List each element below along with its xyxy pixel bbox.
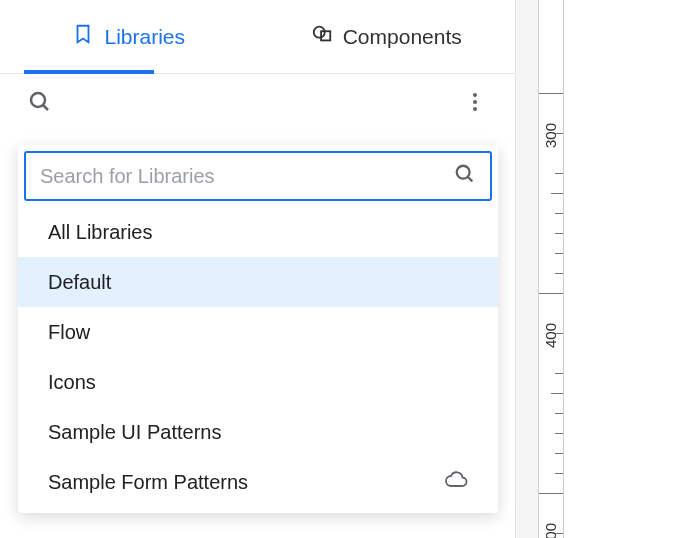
- svg-point-5: [473, 100, 477, 104]
- search-icon[interactable]: [28, 90, 52, 114]
- svg-point-7: [457, 166, 470, 179]
- svg-point-6: [473, 107, 477, 111]
- tabs: Libraries Components: [0, 0, 515, 74]
- list-item[interactable]: Flow: [18, 307, 498, 357]
- panel-toolbar: [0, 74, 515, 130]
- list-item[interactable]: All Libraries: [18, 207, 498, 257]
- list-item-label: Default: [48, 271, 111, 294]
- kebab-menu-icon[interactable]: [463, 90, 487, 114]
- tab-libraries[interactable]: Libraries: [0, 0, 258, 73]
- tab-components[interactable]: Components: [258, 0, 516, 73]
- bookmark-icon: [72, 23, 94, 50]
- canvas-area[interactable]: [564, 0, 674, 538]
- list-item-label: Flow: [48, 321, 90, 344]
- svg-point-2: [31, 93, 45, 107]
- ruler-mark: 300: [542, 123, 559, 148]
- library-dropdown: All Libraries Default Flow Icons Sample …: [18, 145, 498, 513]
- libraries-panel: Libraries Components: [0, 0, 516, 538]
- search-icon: [454, 163, 476, 189]
- library-list: All Libraries Default Flow Icons Sample …: [18, 207, 498, 507]
- svg-line-3: [43, 105, 48, 110]
- list-item-label: Sample Form Patterns: [48, 471, 248, 494]
- list-item-label: All Libraries: [48, 221, 152, 244]
- list-item[interactable]: Sample UI Patterns: [18, 407, 498, 457]
- list-item[interactable]: Default: [18, 257, 498, 307]
- ruler-mark: 400: [542, 323, 559, 348]
- list-item-label: Icons: [48, 371, 96, 394]
- list-item[interactable]: Sample Form Patterns: [18, 457, 498, 507]
- tab-label: Components: [343, 25, 462, 49]
- cloud-icon: [444, 468, 468, 497]
- ruler-mark: 500: [542, 523, 559, 538]
- svg-point-4: [473, 93, 477, 97]
- svg-point-0: [313, 27, 324, 38]
- components-icon: [311, 23, 333, 50]
- library-search-input[interactable]: [40, 165, 454, 188]
- library-search-box[interactable]: [24, 151, 492, 201]
- svg-line-8: [468, 177, 473, 182]
- list-item-label: Sample UI Patterns: [48, 421, 221, 444]
- vertical-ruler: 300 400 500: [538, 0, 564, 538]
- list-item[interactable]: Icons: [18, 357, 498, 407]
- tab-label: Libraries: [104, 25, 185, 49]
